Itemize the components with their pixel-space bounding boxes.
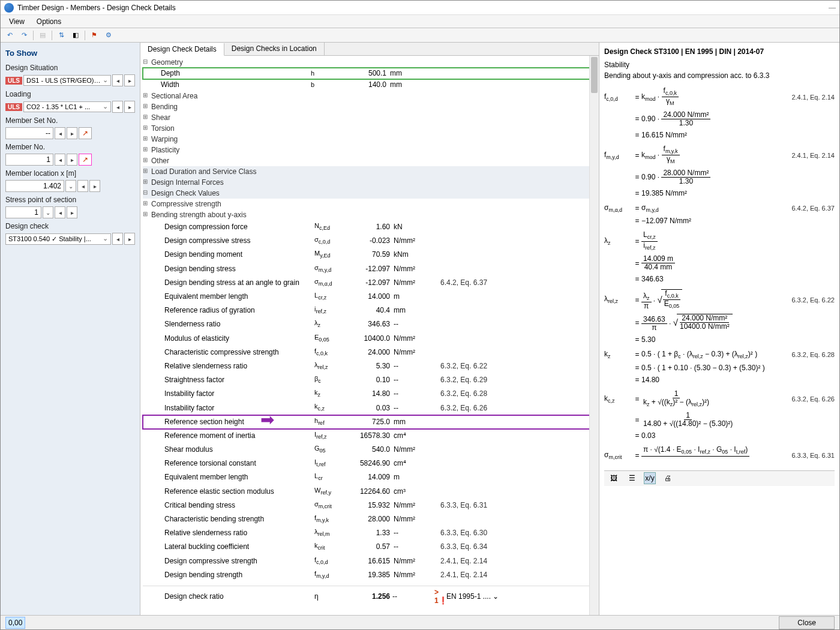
next-icon[interactable]: ▸	[124, 233, 135, 245]
tree-section[interactable]: Shear	[143, 112, 599, 123]
toolbar: ↶ ↷ ▤ ⇅ ◧ ⚑ ⚙	[1, 28, 839, 43]
table-row[interactable]: Straightness factorβc0.10--6.3.2, Eq. 6.…	[143, 373, 599, 387]
tool-redo-icon[interactable]: ↷	[17, 29, 31, 41]
formula-icon[interactable]: x/y	[644, 472, 656, 484]
table-row[interactable]: Relative slenderness ratioλrel,z5.30--6.…	[143, 359, 599, 373]
next-icon[interactable]: ▸	[67, 206, 77, 218]
loading-label: Loading	[5, 90, 135, 98]
table-row[interactable]: Modulus of elasticityE0,0510400.0N/mm²	[143, 332, 599, 346]
scrollbar-v[interactable]	[589, 56, 599, 615]
tool-copy-icon[interactable]: ▤	[36, 29, 49, 41]
design-situation-combo[interactable]: DS1 - ULS (STR/GEO) ...	[23, 75, 111, 86]
member-set-field[interactable]: --	[5, 127, 53, 139]
table-row[interactable]: Design bending stressσm,y,d-12.097N/mm²	[143, 262, 599, 276]
app-icon	[4, 3, 14, 13]
stress-point-label: Stress point of section	[5, 196, 135, 204]
table-row[interactable]: Critical bending stressσm,crit15.932N/mm…	[143, 499, 599, 512]
tree-section[interactable]: Plasticity	[143, 145, 599, 155]
tree-section[interactable]: Load Duration and Service Class	[143, 166, 599, 177]
table-row[interactable]: Depthh500.1mm	[143, 68, 599, 79]
table-row[interactable]: Design compressive strengthfc,0,d16.615N…	[143, 554, 599, 568]
tool-flag-icon[interactable]: ⚑	[88, 29, 101, 41]
tree-section[interactable]: Other	[143, 155, 599, 166]
tree-section[interactable]: Bending	[143, 101, 599, 112]
member-set-label: Member Set No.	[5, 116, 135, 125]
prev-icon[interactable]: ◂	[112, 233, 123, 245]
tree-section[interactable]: Design Check Values	[143, 188, 599, 199]
tree-section[interactable]: Geometry	[143, 57, 599, 68]
table-row[interactable]: Design compressive stressσc,0,d-0.023N/m…	[143, 234, 599, 248]
formula-sub1: Stability	[604, 61, 835, 69]
table-row[interactable]: Lateral buckling coefficientkcrit0.57--6…	[143, 540, 599, 554]
next-icon[interactable]: ▸	[67, 154, 77, 166]
loading-combo[interactable]: CO2 - 1.35 * LC1 + ...	[23, 101, 111, 112]
prev-icon[interactable]: ◂	[112, 74, 123, 86]
tree-section[interactable]: Design Internal Forces	[143, 177, 599, 188]
tree-section[interactable]: Sectional Area	[143, 91, 599, 101]
tree[interactable]: GeometryDepthh500.1mmWidthb140.0mmSectio…	[140, 56, 599, 615]
close-button[interactable]: Close	[779, 616, 835, 629]
prev-icon[interactable]: ◂	[77, 180, 88, 192]
uls-badge: ULS	[5, 103, 22, 111]
tool-config-icon[interactable]: ⚙	[102, 29, 115, 41]
tab-location[interactable]: Design Checks in Location	[224, 43, 325, 55]
table-row[interactable]: Shear modulusG05540.0N/mm²	[143, 443, 599, 457]
next-icon[interactable]: ▸	[89, 180, 100, 192]
table-row[interactable]: Reference section heighthref725.0mm	[143, 415, 599, 429]
dropdown-icon[interactable]: ⌄	[65, 180, 76, 192]
member-no-label: Member No.	[5, 143, 135, 151]
sidebar-heading: To Show	[5, 46, 135, 60]
menu-options[interactable]: Options	[31, 16, 67, 27]
pick-icon[interactable]: ↗	[79, 127, 92, 139]
table-row[interactable]: Equivalent member lengthLcr,z14.000m	[143, 290, 599, 304]
menu-bar: View Options	[1, 15, 839, 28]
prev-icon[interactable]: ◂	[55, 206, 65, 218]
next-icon[interactable]: ▸	[124, 101, 135, 113]
window-title: Timber Design - Members - Design Check D…	[17, 4, 176, 12]
pick-icon[interactable]: ↗	[79, 154, 92, 166]
tool-filter-icon[interactable]: ⇅	[55, 29, 68, 41]
tree-section[interactable]: Compressive strength	[143, 199, 599, 209]
design-check-combo[interactable]: ST3100 0.540 ✓ Stability |...	[5, 233, 111, 245]
table-row[interactable]: Design bending stress at an angle to gra…	[143, 276, 599, 290]
table-row[interactable]: Equivalent member lengthLcr14.009m	[143, 470, 599, 484]
table-row[interactable]: Reference radius of gyrationiref,z40.4mm	[143, 304, 599, 317]
ratio-row: Design check ratioη1.256--> 1❗EN 1995-1 …	[143, 586, 599, 607]
table-row[interactable]: Reference torsional constantIt,ref58246.…	[143, 457, 599, 470]
table-row[interactable]: Slenderness ratioλz346.63--	[143, 317, 599, 331]
member-loc-field[interactable]: 1.402	[5, 180, 64, 192]
prev-icon[interactable]: ◂	[55, 154, 65, 166]
table-row[interactable]: Reference elastic section modulusWref,y1…	[143, 485, 599, 499]
prev-icon[interactable]: ◂	[112, 101, 123, 113]
copy-image-icon[interactable]: 🖼	[608, 472, 620, 484]
table-row[interactable]: Reference moment of inertiaIref,z16578.3…	[143, 429, 599, 443]
table-row[interactable]: Design compression forceNc,Ed1.60kN	[143, 220, 599, 234]
stress-point-field[interactable]: 1	[5, 206, 41, 218]
table-row[interactable]: Instability factorkc,z0.03--6.3.2, Eq. 6…	[143, 401, 599, 415]
table-row[interactable]: Instability factorkz14.80--6.3.2, Eq. 6.…	[143, 387, 599, 401]
member-no-field[interactable]: 1	[5, 154, 53, 166]
sidebar: To Show Design Situation ULS DS1 - ULS (…	[1, 43, 140, 615]
list-icon[interactable]: ☰	[626, 472, 638, 484]
print-icon[interactable]: 🖨	[662, 472, 674, 484]
table-row[interactable]: Characteristic bending strengthfm,y,k28.…	[143, 512, 599, 526]
next-icon[interactable]: ▸	[124, 74, 135, 86]
tab-details[interactable]: Design Check Details	[140, 43, 224, 56]
table-row[interactable]: Relative slenderness ratioλrel,m1.33--6.…	[143, 526, 599, 540]
dropdown-icon[interactable]: ⌄	[43, 206, 53, 218]
tree-section[interactable]: Warping	[143, 134, 599, 145]
status-indicator: 0,00	[5, 617, 25, 629]
prev-icon[interactable]: ◂	[55, 127, 65, 139]
tool-undo-icon[interactable]: ↶	[3, 29, 16, 41]
table-row[interactable]: Widthb140.0mm	[143, 79, 599, 91]
tool-palette-icon[interactable]: ◧	[69, 29, 82, 41]
tree-section[interactable]: Bending strength about y-axis	[143, 209, 599, 220]
table-row[interactable]: Characteristic compressive strengthfc,0,…	[143, 346, 599, 359]
table-row[interactable]: Design bending momentMy,Ed70.59kNm	[143, 248, 599, 262]
tree-section[interactable]: Torsion	[143, 123, 599, 134]
footer: 0,00 Close	[1, 615, 839, 629]
window-minimize-icon[interactable]: —	[829, 4, 836, 12]
table-row[interactable]: Design bending strengthfm,y,d19.385N/mm²…	[143, 568, 599, 582]
next-icon[interactable]: ▸	[67, 127, 77, 139]
menu-view[interactable]: View	[3, 16, 31, 27]
